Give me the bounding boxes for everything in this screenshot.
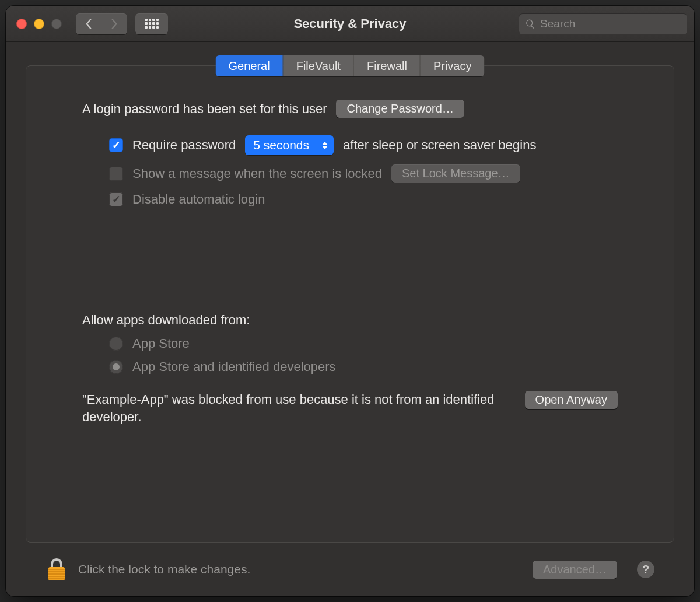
maximize-button[interactable] (51, 19, 62, 29)
preferences-window: Security & Privacy General FileVault Fir… (6, 6, 694, 596)
section-divider (26, 295, 674, 295)
help-button[interactable]: ? (637, 561, 654, 578)
disable-auto-login-label: Disable automatic login (132, 192, 265, 207)
tab-general[interactable]: General (216, 55, 284, 76)
show-all-button[interactable] (135, 13, 168, 34)
back-forward-group (76, 13, 127, 34)
general-pane: A login password has been set for this u… (26, 66, 674, 542)
back-button[interactable] (76, 13, 102, 34)
tab-bar: General FileVault Firewall Privacy (216, 55, 485, 76)
open-anyway-button[interactable]: Open Anyway (525, 391, 618, 409)
minimize-button[interactable] (34, 19, 44, 29)
tab-privacy[interactable]: Privacy (421, 55, 485, 76)
login-password-set-label: A login password has been set for this u… (82, 102, 327, 117)
require-password-label-right: after sleep or screen saver begins (343, 138, 536, 153)
svg-rect-5 (48, 578, 65, 579)
search-input[interactable] (540, 18, 681, 30)
radio-identified-developers[interactable] (109, 360, 123, 374)
radio-app-store-label: App Store (132, 336, 190, 351)
tab-firewall[interactable]: Firewall (354, 55, 421, 76)
require-password-label-left: Require password (132, 138, 236, 153)
search-icon (525, 19, 536, 29)
chevron-up-down-icon (322, 142, 328, 149)
grid-icon (145, 19, 159, 29)
radio-app-store[interactable] (109, 337, 123, 351)
svg-rect-3 (48, 573, 65, 575)
advanced-button[interactable]: Advanced… (533, 561, 617, 579)
titlebar: Security & Privacy (6, 6, 694, 42)
lock-icon[interactable] (46, 556, 68, 582)
svg-rect-4 (48, 576, 65, 577)
window-controls (16, 19, 62, 29)
close-button[interactable] (16, 19, 27, 29)
svg-rect-1 (48, 569, 65, 570)
lock-hint-text: Click the lock to make changes. (78, 562, 250, 576)
tab-filevault[interactable]: FileVault (284, 55, 354, 76)
require-password-delay-select[interactable]: 5 seconds (245, 135, 334, 155)
svg-rect-2 (48, 571, 65, 572)
chevron-left-icon (85, 19, 93, 29)
require-password-delay-value: 5 seconds (253, 138, 309, 152)
allow-apps-heading: Allow apps downloaded from: (82, 313, 618, 328)
radio-identified-developers-label: App Store and identified developers (132, 359, 336, 374)
require-password-checkbox[interactable] (109, 138, 123, 152)
body: General FileVault Firewall Privacy A log… (6, 42, 694, 596)
blocked-app-message: "Example-App" was blocked from use becau… (82, 391, 508, 425)
search-field[interactable] (519, 13, 687, 34)
disable-auto-login-checkbox[interactable] (109, 192, 123, 206)
gatekeeper-section: Allow apps downloaded from: App Store Ap… (82, 313, 618, 425)
footer: Click the lock to make changes. Advanced… (26, 542, 674, 596)
show-lock-message-label: Show a message when the screen is locked (132, 166, 382, 181)
chevron-right-icon (110, 19, 118, 29)
change-password-button[interactable]: Change Password… (336, 100, 464, 118)
show-lock-message-checkbox[interactable] (109, 167, 123, 181)
set-lock-message-button: Set Lock Message… (391, 164, 520, 183)
forward-button[interactable] (102, 13, 127, 34)
main-panel: General FileVault Firewall Privacy A log… (26, 65, 674, 542)
